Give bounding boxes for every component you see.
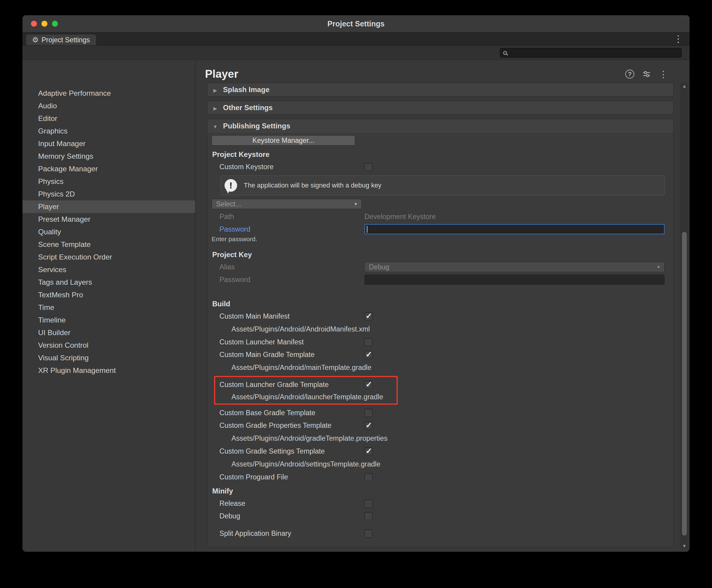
sidebar-item-memory-settings[interactable]: Memory Settings <box>22 150 195 163</box>
sidebar-item-version-control[interactable]: Version Control <box>22 339 195 352</box>
foldout-splash-image[interactable]: Splash Image <box>207 83 674 97</box>
custom-proguard-file-checkbox[interactable] <box>364 473 372 481</box>
split-application-binary-row: Split Application Binary <box>207 527 673 540</box>
sidebar-item-quality[interactable]: Quality <box>22 226 195 238</box>
window-title: Project Settings <box>327 20 385 28</box>
custom-gradle-settings-template-checkbox[interactable] <box>364 447 372 456</box>
build-row: Custom Base Gradle Template <box>207 406 673 419</box>
project-settings-window: Project Settings ⚙ Project Settings ⋮ Ad… <box>22 15 690 552</box>
project-key-heading: Project Key <box>207 250 673 259</box>
help-icon[interactable]: ? <box>625 69 634 79</box>
custom-base-gradle-template-checkbox[interactable] <box>364 409 372 417</box>
preset-icon[interactable] <box>642 69 651 79</box>
alias-dropdown[interactable]: Debug <box>364 262 665 272</box>
alias-row: Alias Debug <box>207 261 673 273</box>
custom-base-gradle-template-label: Custom Base Gradle Template <box>219 409 364 417</box>
tab-label: Project Settings <box>42 36 90 44</box>
text-cursor <box>367 226 367 233</box>
window-titlebar[interactable]: Project Settings <box>22 15 690 33</box>
sidebar-item-timeline[interactable]: Timeline <box>22 314 195 327</box>
sidebar-item-physics[interactable]: Physics <box>22 175 195 188</box>
sidebar-item-tags-and-layers[interactable]: Tags and Layers <box>22 276 195 289</box>
sidebar-item-physics-2d[interactable]: Physics 2D <box>22 188 195 201</box>
custom-launcher-manifest-label: Custom Launcher Manifest <box>219 338 364 346</box>
keystore-manager-button[interactable]: Keystore Manager... <box>211 135 355 146</box>
split-application-binary-checkbox[interactable] <box>364 529 372 538</box>
sidebar-item-input-manager[interactable]: Input Manager <box>22 138 195 150</box>
settings-category-list: Adaptive Performance Audio Editor Graphi… <box>22 60 196 551</box>
vertical-scrollbar[interactable]: ▲ ▼ <box>680 82 689 550</box>
sidebar-item-time[interactable]: Time <box>22 301 195 314</box>
custom-main-manifest-checkbox[interactable] <box>364 312 372 320</box>
minify-heading: Minify <box>207 486 673 496</box>
sidebar-item-graphics[interactable]: Graphics <box>22 125 195 138</box>
foldout-label: Publishing Settings <box>223 122 290 130</box>
info-exclamation-icon: ! <box>225 179 237 192</box>
gear-icon: ⚙ <box>32 36 39 44</box>
sidebar-item-audio[interactable]: Audio <box>22 100 195 112</box>
sidebar-item-adaptive-performance[interactable]: Adaptive Performance <box>22 87 195 100</box>
custom-keystore-label: Custom Keystore <box>219 163 364 171</box>
panel-header: Player ? ⋮ <box>196 60 690 82</box>
sidebar-item-package-manager[interactable]: Package Manager <box>22 163 195 175</box>
custom-gradle-properties-template-checkbox[interactable] <box>364 421 372 429</box>
development-keystore-label: Development Keystore <box>364 213 436 221</box>
info-text: The application will be signed with a de… <box>244 182 382 189</box>
custom-main-gradle-template-label: Custom Main Gradle Template <box>219 351 364 359</box>
highlight-annotation: Custom Launcher Gradle Template Assets/P… <box>214 376 398 405</box>
sidebar-item-textmesh-pro[interactable]: TextMesh Pro <box>22 289 195 301</box>
sidebar-item-script-execution-order[interactable]: Script Execution Order <box>22 251 195 264</box>
sidebar-item-scene-template[interactable]: Scene Template <box>22 238 195 251</box>
main-template-path: Assets/Plugins/Android/mainTemplate.grad… <box>207 361 673 374</box>
key-password-label: Password <box>219 276 364 284</box>
sidebar-item-visual-scripting[interactable]: Visual Scripting <box>22 352 195 364</box>
keystore-password-label: Password <box>219 225 364 233</box>
release-checkbox[interactable] <box>364 500 372 508</box>
custom-main-gradle-template-checkbox[interactable] <box>364 351 372 359</box>
keystore-select-dropdown[interactable]: Select... <box>211 199 362 209</box>
custom-launcher-manifest-checkbox[interactable] <box>364 338 372 346</box>
search-input[interactable] <box>500 48 682 58</box>
key-password-input[interactable] <box>364 274 665 285</box>
traffic-lights <box>31 15 58 32</box>
scroll-down-arrow[interactable]: ▼ <box>680 543 689 548</box>
foldout-other-settings[interactable]: Other Settings <box>207 101 674 114</box>
scroll-up-arrow[interactable]: ▲ <box>680 83 689 88</box>
project-keystore-heading: Project Keystore <box>207 150 673 159</box>
keystore-password-row: Password <box>207 223 673 235</box>
build-row: Custom Launcher Manifest <box>207 336 673 348</box>
tab-bar-menu-icon[interactable]: ⋮ <box>674 34 683 44</box>
keystore-password-input[interactable] <box>364 224 665 234</box>
custom-launcher-gradle-template-checkbox[interactable] <box>364 381 372 389</box>
sidebar-item-services[interactable]: Services <box>22 264 195 276</box>
close-window-button[interactable] <box>31 21 37 27</box>
custom-keystore-checkbox[interactable] <box>364 163 372 171</box>
sidebar-item-ui-builder[interactable]: UI Builder <box>22 327 195 339</box>
search-icon <box>503 51 507 55</box>
zoom-window-button[interactable] <box>52 21 58 27</box>
tab-bar: ⚙ Project Settings ⋮ <box>22 33 690 46</box>
chevron-down-icon <box>656 262 661 272</box>
split-application-binary-label: Split Application Binary <box>219 529 364 538</box>
build-row: Custom Launcher Gradle Template <box>215 378 396 391</box>
build-row: Custom Main Gradle Template <box>207 348 673 361</box>
more-options-icon[interactable]: ⋮ <box>659 69 668 80</box>
tab-project-settings[interactable]: ⚙ Project Settings <box>26 35 96 45</box>
foldout-publishing-settings[interactable]: Publishing Settings <box>207 119 673 133</box>
sidebar-item-player[interactable]: Player <box>22 201 195 213</box>
minimize-window-button[interactable] <box>41 21 47 27</box>
sidebar-item-preset-manager[interactable]: Preset Manager <box>22 213 195 226</box>
build-row: Custom Gradle Properties Template <box>207 419 673 432</box>
sidebar-item-editor[interactable]: Editor <box>22 112 195 125</box>
sidebar-item-xr-plugin-management[interactable]: XR Plugin Management <box>22 364 195 377</box>
android-manifest-path: Assets/Plugins/Android/AndroidManifest.x… <box>207 322 673 336</box>
custom-keystore-row: Custom Keystore <box>207 161 673 173</box>
debug-checkbox[interactable] <box>364 512 372 520</box>
build-row: Custom Main Manifest <box>207 310 673 322</box>
player-settings-panel: Player ? ⋮ Splas <box>196 60 690 551</box>
custom-main-manifest-label: Custom Main Manifest <box>219 312 364 320</box>
publishing-settings-section: Publishing Settings Keystore Manager... … <box>207 119 674 547</box>
scrollbar-thumb[interactable] <box>682 232 687 536</box>
chevron-down-icon <box>212 122 218 130</box>
custom-gradle-settings-template-label: Custom Gradle Settings Template <box>219 447 364 456</box>
